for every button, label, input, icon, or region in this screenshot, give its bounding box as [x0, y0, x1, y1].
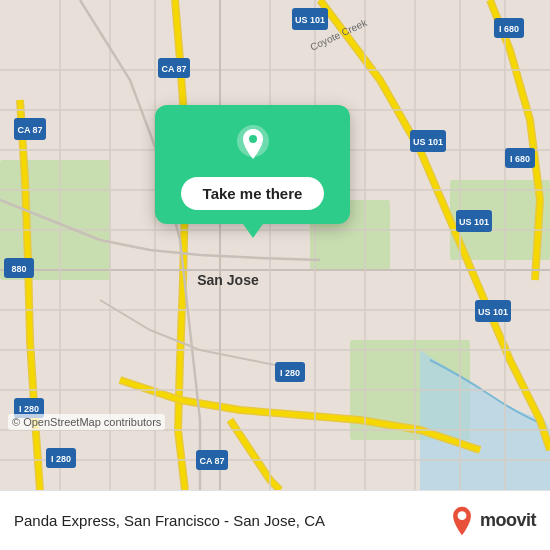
map-attribution: © OpenStreetMap contributors	[8, 414, 165, 430]
svg-text:CA 87: CA 87	[17, 125, 42, 135]
svg-text:I 280: I 280	[19, 404, 39, 414]
popup-card: Take me there	[155, 105, 350, 224]
svg-text:I 280: I 280	[280, 368, 300, 378]
svg-text:US 101: US 101	[413, 137, 443, 147]
location-pin-icon	[231, 123, 275, 167]
moovit-logo: moovit	[448, 505, 536, 537]
svg-text:CA 87: CA 87	[161, 64, 186, 74]
svg-text:US 101: US 101	[478, 307, 508, 317]
svg-point-55	[249, 135, 257, 143]
map-container: US 101 CA 87 880 US 101 I 680 I 680 US 1…	[0, 0, 550, 490]
svg-text:US 101: US 101	[459, 217, 489, 227]
svg-text:San Jose: San Jose	[197, 272, 259, 288]
svg-text:I 280: I 280	[51, 454, 71, 464]
take-me-there-button[interactable]: Take me there	[181, 177, 325, 210]
svg-text:I 680: I 680	[499, 24, 519, 34]
moovit-pin-icon	[448, 505, 476, 537]
svg-text:CA 87: CA 87	[199, 456, 224, 466]
svg-text:US 101: US 101	[295, 15, 325, 25]
svg-text:I 680: I 680	[510, 154, 530, 164]
bottom-bar: Panda Express, San Francisco - San Jose,…	[0, 490, 550, 550]
svg-point-56	[458, 511, 467, 520]
svg-text:880: 880	[11, 264, 26, 274]
location-text: Panda Express, San Francisco - San Jose,…	[14, 512, 448, 529]
moovit-text: moovit	[480, 510, 536, 531]
